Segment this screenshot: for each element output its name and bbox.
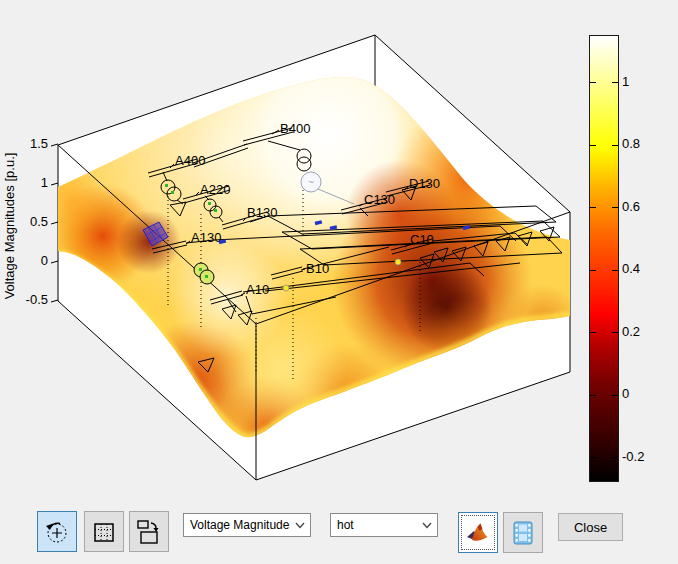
plot-type-dropdown[interactable]: Voltage Magnitudes [183, 513, 311, 537]
colorbar-tick [612, 82, 618, 83]
figure-window: 1.5 1 0.5 0 -0.5 Voltage Magnitudes [p.u… [0, 0, 678, 564]
movie-button[interactable] [503, 512, 543, 553]
rotate-3d-button[interactable] [37, 511, 77, 552]
z-axis-label: Voltage Magnitudes [p.u.] [2, 153, 17, 300]
colorbar-tick [612, 207, 618, 208]
z-tick-label: 0.5 [30, 214, 48, 229]
colorbar-tick [590, 207, 596, 208]
bus-label-a10: A10 [246, 282, 269, 297]
colormap-dropdown[interactable]: hot [330, 513, 438, 537]
reset-view-button[interactable] [129, 511, 169, 552]
bus-label-b400: B400 [280, 121, 310, 136]
close-button[interactable]: Close [558, 513, 623, 541]
bus-label-b130: B130 [247, 205, 277, 220]
z-tick-label: 1.5 [30, 136, 48, 151]
chevron-down-icon [290, 522, 310, 529]
movie-icon [510, 519, 536, 547]
colorbar-tick [612, 270, 618, 271]
colormap-dropdown-value: hot [331, 518, 417, 532]
bus-label-a400: A400 [175, 153, 205, 168]
colorbar-tick [590, 82, 596, 83]
colorbar-label: 0.4 [622, 262, 640, 276]
colorbar-tick [590, 395, 596, 396]
colorbar-tick [612, 395, 618, 396]
z-tick-label: 1 [41, 175, 48, 190]
colorbar-label: 0.6 [622, 200, 640, 214]
colorbar-tick [590, 332, 596, 333]
matlab-logo-button[interactable] [458, 512, 498, 553]
z-axis-ticks [51, 144, 58, 302]
bus-label-d130: D130 [409, 176, 440, 191]
grid-icon [91, 519, 117, 545]
colorbar [589, 35, 619, 482]
chevron-down-icon [417, 522, 437, 529]
colorbar-tick [590, 270, 596, 271]
generator-tilde: ~ [308, 177, 314, 188]
colorbar-label: 0.2 [622, 325, 640, 339]
z-tick-label: -0.5 [26, 292, 48, 307]
colorbar-tick [612, 332, 618, 333]
colorbar-label: 0.8 [622, 137, 640, 151]
matlab-logo-icon [464, 519, 492, 547]
bus-label-a220: A220 [200, 182, 230, 197]
bus-label-a130: A130 [191, 230, 221, 245]
bus-label-b10: B10 [306, 261, 329, 276]
colorbar-label: 1 [622, 75, 629, 89]
colorbar-tick [612, 145, 618, 146]
colorbar-label: 0 [622, 387, 629, 401]
bus-label-c130: C130 [364, 192, 395, 207]
colorbar-tick [590, 457, 596, 458]
plot-type-dropdown-value: Voltage Magnitudes [184, 518, 290, 532]
colorbar-tick [612, 457, 618, 458]
rotate-3d-icon [43, 518, 71, 546]
grid-button[interactable] [84, 511, 124, 552]
bus-label-c10: C10 [410, 232, 434, 247]
colorbar-tick [590, 145, 596, 146]
colorbar-label: -0.2 [622, 450, 644, 464]
plot-3d-axes[interactable]: 1.5 1 0.5 0 -0.5 Voltage Magnitudes [p.u… [0, 0, 678, 500]
reset-view-icon [135, 518, 163, 546]
z-tick-label: 0 [41, 253, 48, 268]
